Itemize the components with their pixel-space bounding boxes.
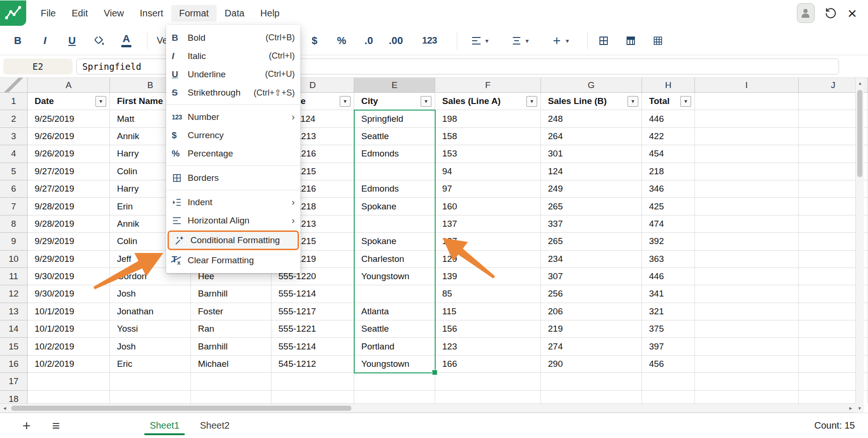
cell-G16[interactable]: 290	[541, 356, 642, 373]
row-header-9[interactable]: 9	[0, 233, 28, 250]
cell-D15[interactable]: 555-1214	[271, 338, 354, 355]
cell-C18[interactable]	[191, 391, 271, 403]
cell-B16[interactable]: Eric	[110, 356, 191, 373]
scroll-left-icon[interactable]: ◂	[0, 404, 9, 412]
cell-H14[interactable]: 375	[642, 320, 695, 338]
percent-button[interactable]: %	[330, 30, 353, 51]
row-header-2[interactable]: 2	[0, 110, 28, 127]
cell-A12[interactable]: 9/30/2019	[28, 285, 110, 303]
cell-A15[interactable]: 10/2/2019	[28, 338, 110, 355]
cell-F17[interactable]	[435, 373, 541, 390]
cells-grid-button[interactable]	[647, 30, 669, 51]
row-header-6[interactable]: 6	[0, 180, 28, 198]
cell-F13[interactable]: 115	[435, 303, 541, 320]
column-header-F[interactable]: F	[435, 78, 541, 93]
text-color-button[interactable]: A	[115, 30, 138, 51]
cell-E13[interactable]: Atlanta	[354, 303, 435, 320]
cell-I2[interactable]	[695, 110, 799, 127]
cell-C16[interactable]: Michael	[191, 356, 271, 373]
format-menu-item-conditional-formatting[interactable]: Conditional Formatting	[168, 230, 299, 250]
filter-button-F[interactable]: ▾	[526, 96, 537, 107]
filter-button-H[interactable]: ▾	[680, 96, 691, 107]
cell-G15[interactable]: 274	[541, 338, 642, 355]
cell-E5[interactable]	[354, 163, 435, 180]
vertical-scrollbar[interactable]: ▴	[855, 78, 864, 403]
increase-decimal-button[interactable]: .00	[385, 30, 407, 51]
sheet-tab-sheet2[interactable]: Sheet2	[190, 413, 240, 438]
row-header-14[interactable]: 14	[0, 320, 28, 338]
cell-G6[interactable]: 249	[541, 180, 642, 198]
cell-D16[interactable]: 545-1212	[271, 356, 354, 373]
number-format-button[interactable]: 123	[412, 30, 447, 51]
cell-G17[interactable]	[541, 373, 642, 390]
row-header-18[interactable]: 18	[0, 391, 28, 403]
cell-I1[interactable]	[695, 93, 799, 110]
row-header-8[interactable]: 8	[0, 215, 28, 233]
cell-H12[interactable]: 341	[642, 285, 695, 303]
horizontal-scrollbar[interactable]: ◂ ▸	[0, 403, 855, 413]
cell-F12[interactable]: 85	[435, 285, 541, 303]
cell-G3[interactable]: 264	[541, 128, 642, 145]
cell-A9[interactable]: 9/29/2019	[28, 233, 110, 250]
row-header-13[interactable]: 13	[0, 303, 28, 320]
cell-H1[interactable]: Total▾	[642, 93, 695, 110]
column-header-G[interactable]: G	[541, 78, 642, 93]
cell-C15[interactable]: Barnhill	[191, 338, 271, 355]
filter-button-G[interactable]: ▾	[627, 96, 638, 107]
currency-button[interactable]: $	[303, 30, 326, 51]
format-menu-item-clear-formatting[interactable]: TxClear Formatting	[166, 251, 300, 269]
cell-F1[interactable]: Sales (Line A)▾	[435, 93, 541, 110]
column-header-A[interactable]: A	[28, 78, 110, 93]
column-header-H[interactable]: H	[642, 78, 695, 93]
cell-F14[interactable]: 156	[435, 320, 541, 338]
format-menu-item-bold[interactable]: BBold(Ctrl+B)	[166, 29, 300, 47]
cell-I9[interactable]	[695, 233, 799, 250]
cell-I10[interactable]	[695, 251, 799, 268]
cell-I12[interactable]	[695, 285, 799, 303]
cell-F7[interactable]: 160	[435, 198, 541, 215]
cell-I11[interactable]	[695, 268, 799, 285]
cell-A18[interactable]	[28, 391, 110, 403]
menubar-item-edit[interactable]: Edit	[64, 5, 95, 22]
cell-E6[interactable]: Edmonds	[354, 180, 435, 198]
cell-I17[interactable]	[695, 373, 799, 390]
cell-D12[interactable]: 555-1214	[271, 285, 354, 303]
cell-B15[interactable]: Josh	[110, 338, 191, 355]
row-header-16[interactable]: 16	[0, 356, 28, 373]
cell-G4[interactable]: 301	[541, 145, 642, 163]
cell-F3[interactable]: 158	[435, 128, 541, 145]
cell-G14[interactable]: 219	[541, 320, 642, 338]
filter-button-D[interactable]: ▾	[340, 96, 350, 107]
cell-F2[interactable]: 198	[435, 110, 541, 127]
cell-G7[interactable]: 265	[541, 198, 642, 215]
menubar-item-format[interactable]: Format	[171, 5, 217, 22]
row-header-7[interactable]: 7	[0, 198, 28, 215]
cell-B14[interactable]: Yossi	[110, 320, 191, 338]
cell-C14[interactable]: Ran	[191, 320, 271, 338]
cell-B18[interactable]	[110, 391, 191, 403]
row-header-1[interactable]: 1	[0, 93, 28, 110]
cell-H17[interactable]	[642, 373, 695, 390]
format-menu-item-indent[interactable]: Indent›	[166, 193, 300, 211]
cell-H10[interactable]: 363	[642, 251, 695, 268]
menubar-item-view[interactable]: View	[96, 5, 132, 22]
horizontal-scroll-thumb[interactable]	[11, 406, 351, 411]
add-sheet-button[interactable]: +	[22, 419, 31, 433]
cell-D14[interactable]: 555-1221	[271, 320, 354, 338]
cell-A7[interactable]: 9/28/2019	[28, 198, 110, 215]
cell-H3[interactable]: 422	[642, 128, 695, 145]
cell-F9[interactable]: 127	[435, 233, 541, 250]
cell-E4[interactable]: Edmonds	[354, 145, 435, 163]
column-header-I[interactable]: I	[695, 78, 799, 93]
cell-F6[interactable]: 97	[435, 180, 541, 198]
cell-I14[interactable]	[695, 320, 799, 338]
cell-A6[interactable]: 9/27/2019	[28, 180, 110, 198]
underline-button[interactable]: U	[61, 30, 83, 51]
cell-I3[interactable]	[695, 128, 799, 145]
cell-I6[interactable]	[695, 180, 799, 198]
cell-A16[interactable]: 10/2/2019	[28, 356, 110, 373]
cell-A13[interactable]: 10/1/2019	[28, 303, 110, 320]
cell-A11[interactable]: 9/30/2019	[28, 268, 110, 285]
menubar-item-file[interactable]: File	[33, 5, 64, 22]
menubar-item-insert[interactable]: Insert	[132, 5, 171, 22]
